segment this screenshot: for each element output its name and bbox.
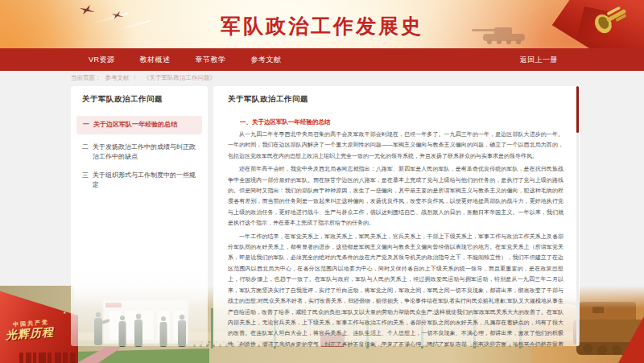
- toc-item-number: 二: [82, 142, 93, 163]
- article-card: 关于军队政治工作问题 一、关于边区军队一年经验的总结 从一九四二年冬季西北中央局…: [213, 86, 580, 346]
- glory-banner-title: 光辉历程: [5, 325, 54, 343]
- toc-item-number: 三: [82, 171, 93, 191]
- breadcrumb-prefix: 当前页面：: [71, 74, 101, 82]
- article-body: 从一九四二年冬季西北中央局召集的高干会及军政干部会到现在，已经一年多了。一九四三…: [228, 129, 564, 346]
- site-title: 军队政治工作发展史: [0, 13, 644, 39]
- nav-item-references[interactable]: 参考文献: [251, 55, 282, 65]
- toc-item-1[interactable]: 一 关于边区军队一年经验的总结: [76, 116, 202, 134]
- scrollbar-thumb[interactable]: [576, 86, 579, 133]
- section-heading: 一、关于边区军队一年经验的总结: [228, 118, 564, 126]
- breadcrumb-separator-icon: 〉: [134, 74, 140, 82]
- nav-item-overview[interactable]: 教材概述: [140, 55, 171, 65]
- breadcrumb: 当前页面： 参考文献 〉 《关于军队政治工作问题》: [71, 74, 216, 82]
- main-nav: VR资源 教材概述 章节教学 参考文献 返回上一册: [0, 48, 644, 71]
- page: { "banner": { "title": "军队政治工作发展史" }, "n…: [0, 0, 644, 363]
- back-to-previous-button[interactable]: 返回上一册: [520, 48, 559, 71]
- sidebar-card: 关于军队政治工作问题 一 关于边区军队一年经验的总结 二 关于发扬政治工作中的成…: [71, 86, 208, 346]
- toc-item-2[interactable]: 二 关于发扬政治工作中的成绩与纠正政治工作中的缺点: [82, 142, 196, 163]
- toc-item-number: 一: [83, 120, 93, 130]
- city-skyline: [19, 353, 76, 363]
- article-title: 关于军队政治工作问题: [228, 94, 564, 105]
- nav-item-chapters[interactable]: 章节教学: [196, 55, 226, 65]
- breadcrumb-section-link[interactable]: 参考文献: [105, 74, 130, 82]
- toc-item-label: 关于边区军队一年经验的总结: [93, 120, 177, 130]
- breadcrumb-current: 《关于军队政治工作问题》: [143, 74, 216, 82]
- toc-item-3[interactable]: 三 关于组织形式与工作制度中的一些规定: [82, 171, 196, 191]
- sidebar-title: 关于军队政治工作问题: [82, 94, 196, 105]
- table-of-contents: 一 关于边区军队一年经验的总结 二 关于发扬政治工作中的成绩与纠正政治工作中的缺…: [82, 116, 196, 191]
- toc-item-label: 关于组织形式与工作制度中的一些规定: [93, 171, 196, 191]
- article-paragraph: 一年工作的结果，在军党关系上，军政关系上，军民关系上，官兵关系上，干部上下级关系…: [228, 231, 564, 346]
- scrollbar-track: [576, 86, 579, 346]
- article-paragraph: 还在前年高干会时，我党中央及西北局各同志就指出：八路军、新四军是人民的军队，是有…: [228, 163, 564, 228]
- toc-item-label: 关于发扬政治工作中的成绩与纠正政治工作中的缺点: [93, 142, 196, 163]
- article-paragraph: 从一九四二年冬季西北中央局召集的高干会及军政干部会到现在，已经一年多了。一九四三…: [228, 129, 564, 161]
- nav-item-vr[interactable]: VR资源: [89, 55, 115, 65]
- header-banner: 军队政治工作发展史: [0, 0, 644, 48]
